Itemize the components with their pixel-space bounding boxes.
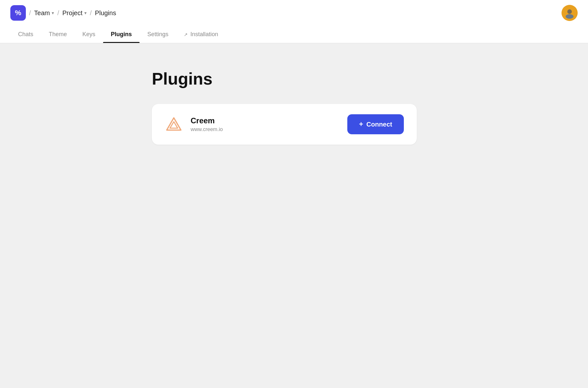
page-title: Plugins — [152, 69, 213, 88]
breadcrumb-project[interactable]: Project ▾ — [62, 9, 87, 17]
breadcrumb-plugins: Plugins — [95, 9, 116, 17]
header-top: % / Team ▾ / Project ▾ / Plugins — [0, 0, 588, 26]
breadcrumb-sep-1: / — [29, 9, 31, 17]
svg-point-1 — [567, 9, 572, 14]
breadcrumb: % / Team ▾ / Project ▾ / Plugins — [10, 5, 116, 21]
tab-installation[interactable]: ↗ Installation — [176, 26, 226, 43]
breadcrumb-sep-3: / — [90, 9, 92, 17]
tab-settings[interactable]: Settings — [140, 26, 176, 43]
plugin-info: Creem www.creem.io — [165, 115, 223, 133]
chevron-down-icon-2: ▾ — [84, 10, 87, 15]
plus-icon: + — [359, 120, 363, 128]
creem-logo — [165, 115, 183, 133]
connect-button[interactable]: + Connect — [347, 114, 404, 134]
avatar[interactable] — [562, 5, 578, 21]
breadcrumb-sep-2: / — [57, 9, 59, 17]
tab-plugins[interactable]: Plugins — [103, 26, 140, 43]
app-logo[interactable]: % — [10, 5, 26, 21]
header: % / Team ▾ / Project ▾ / Plugins — [0, 0, 588, 43]
tab-chats[interactable]: Chats — [10, 26, 41, 43]
plugin-card-creem: Creem www.creem.io + Connect — [152, 104, 417, 145]
tab-keys[interactable]: Keys — [75, 26, 103, 43]
svg-point-2 — [566, 14, 573, 19]
nav-tabs: Chats Theme Keys Plugins Settings ↗ Inst… — [0, 26, 588, 43]
plugin-url: www.creem.io — [191, 127, 223, 132]
plugin-text: Creem www.creem.io — [191, 116, 223, 132]
plugin-name: Creem — [191, 116, 223, 125]
tab-theme[interactable]: Theme — [41, 26, 75, 43]
chevron-down-icon: ▾ — [52, 10, 54, 15]
main-content: Plugins Creem www.creem.io + Connect — [68, 43, 520, 158]
breadcrumb-team[interactable]: Team ▾ — [34, 9, 54, 17]
external-link-icon: ↗ — [184, 32, 188, 37]
